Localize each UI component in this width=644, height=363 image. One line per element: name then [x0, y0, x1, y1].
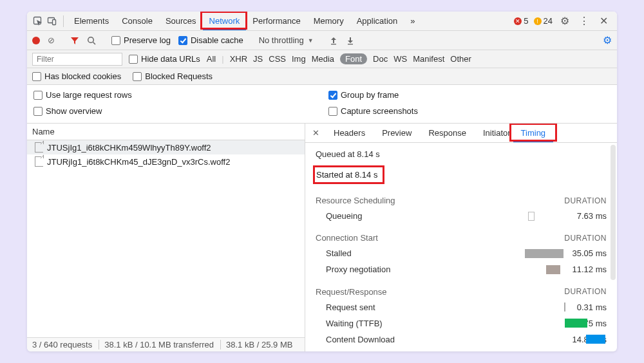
request-name: JTUSjIg1_i6t8kCHKm459WlhyyTh89Y.woff2	[47, 143, 211, 153]
settings-icon[interactable]: ⚙	[558, 15, 572, 27]
filter-css[interactable]: CSS	[269, 54, 286, 64]
tab-elements[interactable]: Elements	[68, 12, 115, 30]
preserve-log-checkbox[interactable]: Preserve log	[111, 35, 171, 45]
metric-value: 7.63 ms	[555, 211, 607, 221]
metric-proxy: Proxy negotiation 11.12 ms	[316, 264, 607, 275]
errors-count: 5	[524, 16, 528, 26]
device-toggle-icon[interactable]	[45, 14, 59, 28]
tab-console[interactable]: Console	[115, 12, 159, 30]
disable-cache-checkbox[interactable]: Disable cache	[178, 35, 243, 45]
capture-screenshots-checkbox[interactable]: Capture screenshots	[328, 106, 611, 116]
detail-panel: ✕ Headers Preview Response Initiator Tim…	[305, 124, 617, 351]
clear-icon[interactable]: ⊘	[48, 35, 55, 45]
request-name: JTURjIg1_i6t8kCHKm45_dJE3gnD_vx3rCs.woff…	[47, 157, 230, 167]
group-by-frame-checkbox[interactable]: Group by frame	[328, 90, 611, 100]
status-bar: 3 / 640 requests 38.1 kB / 10.1 MB trans…	[27, 337, 305, 351]
throttling-value: No throttling	[259, 35, 304, 45]
dtab-timing[interactable]: Timing	[513, 124, 554, 142]
type-filters: All | XHR JS CSS Img Media Font Doc WS M…	[207, 53, 471, 64]
filter-other[interactable]: Other	[450, 54, 471, 64]
dtab-headers[interactable]: Headers	[326, 124, 373, 142]
show-overview-label: Show overview	[46, 106, 102, 116]
blocked-cookies-checkbox[interactable]: Has blocked cookies	[32, 71, 121, 81]
scrollbar[interactable]	[611, 145, 616, 280]
request-list: Name JTUSjIg1_i6t8kCHKm459WlhyyTh89Y.wof…	[27, 124, 305, 351]
filter-all[interactable]: All	[207, 54, 216, 64]
filter-bar-2: Has blocked cookies Blocked Requests	[27, 68, 617, 85]
warning-icon: !	[534, 17, 542, 25]
metric-sent: Request sent 0.31 ms	[316, 302, 607, 313]
tab-sources[interactable]: Sources	[159, 12, 203, 30]
hide-data-urls-checkbox[interactable]: Hide data URLs	[129, 54, 200, 64]
timing-bar	[586, 335, 605, 344]
close-devtools-icon[interactable]: ✕	[596, 15, 611, 27]
tab-network[interactable]: Network	[203, 12, 247, 30]
duration-label: DURATION	[564, 287, 607, 296]
network-toolbar: ⊘ Preserve log Disable cache No throttli…	[27, 31, 617, 50]
timing-bar	[565, 319, 587, 328]
dtab-preview[interactable]: Preview	[374, 124, 419, 142]
metric-label: Content Download	[316, 335, 412, 344]
metric-value: 11.12 ms	[555, 265, 607, 274]
blocked-cookies-label: Has blocked cookies	[44, 71, 121, 81]
section-resource: Resource Scheduling DURATION	[316, 196, 607, 205]
blocked-requests-label: Blocked Requests	[145, 71, 213, 81]
metric-label: Stalled	[316, 248, 412, 258]
timing-bar	[528, 212, 535, 221]
filter-manifest[interactable]: Manifest	[413, 54, 444, 64]
column-name[interactable]: Name	[27, 124, 305, 140]
filter-media[interactable]: Media	[312, 54, 334, 64]
upload-icon[interactable]	[329, 36, 338, 45]
chevron-down-icon: ▼	[308, 37, 314, 44]
close-detail-icon[interactable]: ✕	[309, 128, 322, 138]
tab-performance[interactable]: Performance	[246, 12, 307, 30]
tab-more[interactable]: »	[404, 12, 421, 30]
metric-ttfb: Waiting (TTFB) 17.75 ms	[316, 318, 607, 329]
file-icon	[35, 142, 43, 153]
resources-size: 38.1 kB / 25.9 MB	[226, 340, 292, 349]
more-icon[interactable]: ⋮	[577, 15, 591, 27]
inspect-icon[interactable]	[31, 14, 45, 28]
request-row[interactable]: JTUSjIg1_i6t8kCHKm459WlhyyTh89Y.woff2	[27, 140, 305, 154]
timing-bar	[564, 302, 565, 312]
filter-img[interactable]: Img	[292, 54, 306, 64]
filter-js[interactable]: JS	[253, 54, 263, 64]
filter-doc[interactable]: Doc	[373, 54, 388, 64]
section-connection-title: Connection Start	[316, 233, 564, 243]
svg-rect-5	[348, 44, 353, 44]
section-resource-title: Resource Scheduling	[316, 196, 564, 205]
disable-cache-label: Disable cache	[191, 35, 243, 45]
tab-memory[interactable]: Memory	[307, 12, 350, 30]
section-connection: Connection Start DURATION	[316, 233, 607, 243]
blocked-requests-checkbox[interactable]: Blocked Requests	[133, 71, 213, 81]
highlight-network	[200, 12, 248, 30]
error-icon: ✕	[514, 17, 522, 25]
network-settings-icon[interactable]: ⚙	[603, 34, 612, 46]
started-at: Started at 8.14 s	[313, 165, 384, 184]
dtab-response[interactable]: Response	[421, 124, 474, 142]
warnings-badge[interactable]: ! 24	[534, 16, 553, 26]
duration-label: DURATION	[564, 196, 607, 205]
search-icon[interactable]	[87, 36, 96, 45]
record-icon[interactable]	[32, 37, 40, 44]
errors-badge[interactable]: ✕ 5	[514, 16, 528, 26]
devtools-panel: Elements Console Sources Network Perform…	[27, 12, 617, 351]
download-icon[interactable]	[346, 36, 355, 45]
transferred-size: 38.1 kB / 10.1 MB transferred	[104, 340, 221, 349]
filter-ws[interactable]: WS	[393, 54, 407, 64]
show-overview-checkbox[interactable]: Show overview	[33, 106, 316, 116]
tab-application[interactable]: Application	[350, 12, 404, 30]
dtab-initiator[interactable]: Initiator	[475, 124, 511, 142]
large-rows-checkbox[interactable]: Use large request rows	[33, 90, 316, 100]
duration-label: DURATION	[564, 234, 607, 243]
file-icon	[35, 156, 43, 167]
filter-xhr[interactable]: XHR	[230, 54, 247, 64]
timing-bar	[525, 249, 564, 258]
metric-label: Request sent	[316, 302, 412, 312]
filter-font[interactable]: Font	[340, 53, 367, 64]
throttling-select[interactable]: No throttling ▼	[259, 35, 314, 45]
filter-icon[interactable]	[70, 36, 79, 45]
request-row[interactable]: JTURjIg1_i6t8kCHKm45_dJE3gnD_vx3rCs.woff…	[27, 154, 305, 169]
filter-input[interactable]	[32, 53, 122, 66]
hide-data-urls-label: Hide data URLs	[141, 54, 200, 64]
